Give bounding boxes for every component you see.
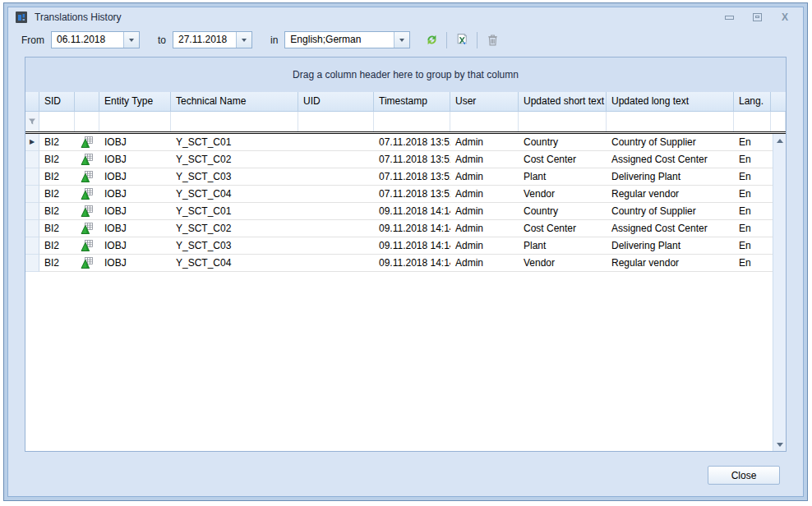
export-excel-button[interactable] xyxy=(450,30,473,50)
column-header-uid[interactable]: UID xyxy=(298,92,374,111)
group-by-hint-text: Drag a column header here to group by th… xyxy=(293,69,519,80)
cell-sid: BI2 xyxy=(39,134,75,151)
column-header-lang-[interactable]: Lang. xyxy=(734,92,771,111)
cell-entity-icon xyxy=(75,186,99,203)
filter-cell[interactable] xyxy=(519,112,607,131)
cell-updated-long-text: Delivering Plant xyxy=(607,168,734,186)
filter-cell[interactable] xyxy=(99,112,171,131)
cell-lang: En xyxy=(734,151,771,168)
row-indicator xyxy=(25,186,39,203)
cell-updated-short-text: Cost Center xyxy=(519,151,607,168)
vertical-scrollbar[interactable] xyxy=(773,134,786,451)
table-row[interactable]: BI2IOBJY_SCT_C0307.11.2018 13:51AdminPla… xyxy=(25,168,786,186)
filter-cell[interactable] xyxy=(171,112,298,131)
table-row[interactable]: BI2IOBJY_SCT_C0207.11.2018 13:51AdminCos… xyxy=(25,151,786,168)
cell-sid: BI2 xyxy=(39,255,75,272)
cell-user: Admin xyxy=(450,203,519,220)
row-indicator xyxy=(25,203,39,220)
cell-entity-type: IOBJ xyxy=(99,237,171,255)
language-select[interactable]: English;German xyxy=(284,31,410,48)
to-date-dropdown-button[interactable] xyxy=(236,32,251,48)
maximize-icon[interactable] xyxy=(750,12,764,23)
column-header-user[interactable]: User xyxy=(450,92,519,111)
cell-uid xyxy=(298,151,374,168)
cell-entity-icon xyxy=(75,220,99,237)
refresh-button[interactable] xyxy=(420,30,443,50)
cell-lang: En xyxy=(734,220,771,237)
cell-timestamp: 09.11.2018 14:14 xyxy=(374,203,450,220)
table-row[interactable]: ▶BI2IOBJY_SCT_C0107.11.2018 13:51AdminCo… xyxy=(25,134,786,151)
content-area: Drag a column header here to group by th… xyxy=(8,53,803,454)
infoobject-icon xyxy=(81,256,94,269)
delete-button[interactable] xyxy=(481,30,504,50)
group-by-panel[interactable]: Drag a column header here to group by th… xyxy=(25,58,786,92)
close-button[interactable]: Close xyxy=(708,466,780,485)
close-icon[interactable]: X xyxy=(778,12,791,23)
cell-updated-short-text: Vendor xyxy=(519,186,607,203)
cell-entity-type: IOBJ xyxy=(99,168,171,186)
current-row-arrow-icon: ▶ xyxy=(30,139,35,145)
language-dropdown-button[interactable] xyxy=(394,32,409,48)
column-header-entity-type[interactable]: Entity Type xyxy=(99,92,171,111)
filter-cell[interactable] xyxy=(450,112,519,131)
scroll-up-icon[interactable] xyxy=(773,134,787,147)
cell-updated-short-text: Country xyxy=(519,134,607,151)
column-header-updated-short-text[interactable]: Updated short text xyxy=(519,92,607,111)
filter-cell[interactable] xyxy=(734,112,771,131)
title-bar: Translations History X xyxy=(8,7,803,27)
cell-entity-type: IOBJ xyxy=(99,203,171,220)
cell-entity-icon xyxy=(75,237,99,255)
cell-updated-short-text: Cost Center xyxy=(519,220,607,237)
row-indicator xyxy=(25,168,39,186)
cell-uid xyxy=(298,255,374,272)
window-title: Translations History xyxy=(35,12,122,23)
window-controls: X xyxy=(722,12,798,23)
translations-history-window: Translations History X From 06.11.2018 t… xyxy=(3,2,808,501)
table-row[interactable]: BI2IOBJY_SCT_C0109.11.2018 14:14AdminCou… xyxy=(25,203,786,220)
cell-entity-type: IOBJ xyxy=(99,220,171,237)
column-header-entity-icon[interactable] xyxy=(75,92,99,111)
cell-updated-short-text: Country xyxy=(519,203,607,220)
from-date-dropdown-button[interactable] xyxy=(123,32,139,48)
translations-grid: Drag a column header here to group by th… xyxy=(25,57,787,452)
column-header-updated-long-text[interactable]: Updated long text xyxy=(607,92,734,111)
minimize-icon[interactable] xyxy=(722,12,736,23)
filter-cell[interactable] xyxy=(771,112,786,131)
table-row[interactable]: BI2IOBJY_SCT_C0409.11.2018 14:14AdminVen… xyxy=(25,255,786,272)
column-header-timestamp[interactable]: Timestamp xyxy=(374,92,450,111)
infoobject-icon xyxy=(81,205,94,218)
filter-cell[interactable] xyxy=(374,112,450,131)
auto-filter-row xyxy=(25,112,786,131)
cell-user: Admin xyxy=(450,255,519,272)
cell-timestamp: 07.11.2018 13:51 xyxy=(374,134,450,151)
filter-cell[interactable] xyxy=(298,112,374,131)
language-value: English;German xyxy=(285,32,394,48)
cell-entity-type: IOBJ xyxy=(99,186,171,203)
cell-lang: En xyxy=(734,168,771,186)
cell-uid xyxy=(298,186,374,203)
to-date-picker[interactable]: 27.11.2018 xyxy=(173,31,252,48)
table-row[interactable]: BI2IOBJY_SCT_C0407.11.2018 13:51AdminVen… xyxy=(25,186,786,203)
cell-timestamp: 09.11.2018 14:14 xyxy=(374,255,450,272)
cell-sid: BI2 xyxy=(39,151,75,168)
cell-user: Admin xyxy=(450,220,519,237)
in-label: in xyxy=(270,34,278,46)
filter-cell[interactable] xyxy=(75,112,99,131)
cell-user: Admin xyxy=(450,237,519,255)
table-row[interactable]: BI2IOBJY_SCT_C0309.11.2018 14:14AdminPla… xyxy=(25,237,786,255)
cell-technical-name: Y_SCT_C02 xyxy=(171,220,298,237)
cell-sid: BI2 xyxy=(39,220,75,237)
cell-entity-icon xyxy=(75,168,99,186)
table-row[interactable]: BI2IOBJY_SCT_C0209.11.2018 14:14AdminCos… xyxy=(25,220,786,237)
column-header-row: SIDEntity TypeTechnical NameUIDTimestamp… xyxy=(25,92,786,112)
from-date-picker[interactable]: 06.11.2018 xyxy=(51,31,140,48)
scroll-down-icon[interactable] xyxy=(773,438,787,451)
infoobject-icon xyxy=(81,187,94,200)
cell-technical-name: Y_SCT_C04 xyxy=(171,255,298,272)
column-header-technical-name[interactable]: Technical Name xyxy=(171,92,298,111)
cell-updated-long-text: Country of Supplier xyxy=(607,134,734,151)
filter-cell[interactable] xyxy=(607,112,734,131)
filter-cell[interactable] xyxy=(39,112,75,131)
cell-entity-icon xyxy=(75,134,99,151)
cell-user: Admin xyxy=(450,134,519,151)
